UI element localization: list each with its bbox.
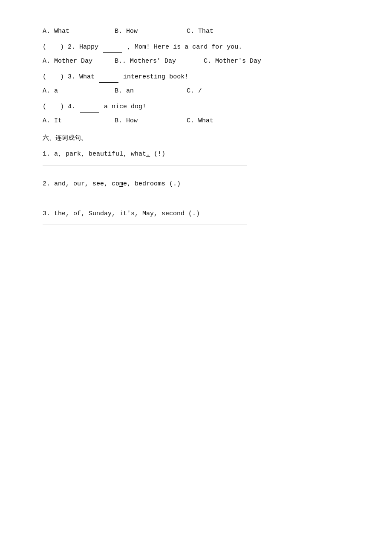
q2-option-c: C. Mother's Day <box>204 58 261 65</box>
q3-option-c: C. / <box>187 87 202 95</box>
compose-words-2: 2. and, our, see, come, bedrooms (.) <box>43 178 349 190</box>
q1-option-c: C. That <box>187 28 213 35</box>
q3-text: interesting book! <box>123 73 188 81</box>
q2-fill-blank <box>103 52 122 53</box>
q3-fill-blank <box>99 82 118 83</box>
compose-number-2: 2. <box>43 180 50 188</box>
compose-item-3: 3. the, of, Sunday, it's, May, second (.… <box>43 208 349 225</box>
q2-option-a: A. Mother Day <box>43 55 111 67</box>
q3-option-a: A. a <box>43 85 111 97</box>
compose-number-1: 1. <box>43 150 50 158</box>
q3-blank <box>50 71 56 83</box>
q4-number: 4. <box>68 103 79 110</box>
compose-number-3: 3. <box>43 210 50 217</box>
q4-option-a: A. It <box>43 115 111 127</box>
compose-item-2: 2. and, our, see, come, bedrooms (.) <box>43 178 349 195</box>
q4-text: a nice dog! <box>104 103 146 110</box>
q3-options-row: A. a B. an C. / <box>43 85 349 97</box>
compose-item-1: 1. a, park, beautiful, what. (!) <box>43 148 349 165</box>
q3-row: ( ) 3. What interesting book! <box>43 71 349 83</box>
compose-words-1: 1. a, park, beautiful, what. (!) <box>43 148 349 160</box>
q3-option-b: B. an <box>115 85 183 97</box>
q2-number: 2. Happy <box>68 43 102 51</box>
q2-text: , Mom! Here is a card for you. <box>127 43 242 51</box>
q2-row: ( ) 2. Happy , Mom! Here is a card for y… <box>43 41 349 53</box>
q4-option-c: C. What <box>187 117 213 124</box>
q3-bracket-open: ( <box>43 73 46 81</box>
compose-text-3: the, of, Sunday, it's, May, second (.) <box>54 210 200 217</box>
compose-text-1: a, park, beautiful, what. (!) <box>54 150 165 158</box>
q4-bracket-close: ) <box>60 103 64 110</box>
q2-bracket-close: ) <box>60 43 64 51</box>
q4-row: ( ) 4. a nice dog! <box>43 101 349 113</box>
q4-bracket-open: ( <box>43 103 46 110</box>
q4-option-b: B. How <box>115 115 183 127</box>
q2-bracket-open: ( <box>43 43 46 51</box>
q2-options-row: A. Mother Day B.. Mothers' Day C. Mother… <box>43 55 349 67</box>
compose-text-2: and, our, see, come, bedrooms (.) <box>54 180 181 188</box>
q1-option-b: B. How <box>115 26 183 37</box>
q4-blank <box>50 101 56 113</box>
q2-blank <box>50 41 56 53</box>
compose-line-1 <box>43 165 247 165</box>
q3-number: 3. What <box>68 73 98 81</box>
section-six-title: 六、连词成句。 <box>43 133 349 144</box>
q3-bracket-close: ) <box>60 73 64 81</box>
compose-line-3 <box>43 225 247 225</box>
q2-option-b: B.. Mothers' Day <box>115 55 200 67</box>
compose-line-2 <box>43 195 247 195</box>
q1-options-row: A. What B. How C. That <box>43 26 349 37</box>
q1-option-a: A. What <box>43 26 111 37</box>
q4-options-row: A. It B. How C. What <box>43 115 349 127</box>
compose-words-3: 3. the, of, Sunday, it's, May, second (.… <box>43 208 349 220</box>
q4-fill-blank <box>80 112 99 113</box>
